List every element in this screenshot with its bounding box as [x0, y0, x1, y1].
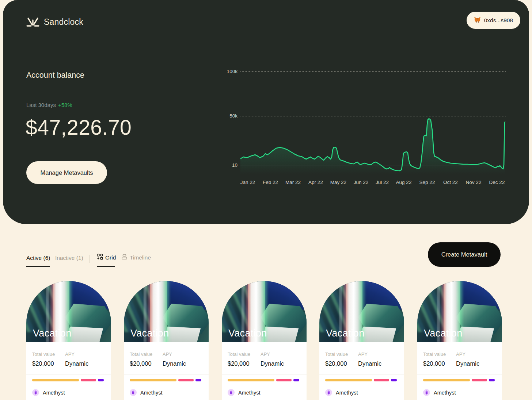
- allocation-bar: [32, 379, 105, 381]
- x-tick: Nov 22: [466, 180, 482, 185]
- tab-separator: [90, 255, 90, 263]
- tab-inactive-label: Inactive (1): [55, 255, 83, 261]
- vault-card-body: Total value $20,000 APY Dynamic Amethyst: [222, 342, 307, 400]
- x-tick: Oct 22: [443, 180, 458, 185]
- vault-title: Vacation: [326, 328, 364, 339]
- card-divider: [26, 374, 111, 374]
- allocation-segment: [423, 379, 470, 381]
- allocation-segment: [472, 379, 487, 381]
- x-tick: Mar 22: [285, 180, 301, 185]
- asset-row: Amethyst: [130, 389, 203, 396]
- amethyst-gem-icon: [32, 389, 39, 396]
- total-value: $20,000: [130, 360, 163, 367]
- apy-value: Dynamic: [358, 360, 381, 367]
- vault-card[interactable]: Vacation Total value $20,000 APY Dynamic…: [124, 281, 209, 400]
- account-balance-title: Account balance: [26, 71, 84, 80]
- x-tick: Jan 22: [240, 180, 255, 185]
- create-metavault-button[interactable]: Create Metavault: [428, 242, 501, 267]
- allocation-segment: [374, 379, 389, 381]
- tab-active[interactable]: Active (6): [26, 255, 50, 261]
- apy-label: APY: [358, 351, 381, 357]
- allocation-segment: [98, 379, 104, 381]
- brand: Sandclock: [26, 17, 83, 27]
- grid-view-label: Grid: [105, 254, 116, 261]
- apy-value: Dynamic: [163, 360, 186, 367]
- vault-card-body: Total value $20,000 APY Dynamic Amethyst: [124, 342, 209, 400]
- timeline-icon: [121, 254, 128, 261]
- sandclock-logo-icon: [26, 17, 39, 27]
- asset-name: Amethyst: [43, 390, 65, 396]
- card-divider: [222, 374, 307, 374]
- vault-card[interactable]: Vacation Total value $20,000 APY Dynamic…: [26, 281, 111, 400]
- total-value: $20,000: [325, 360, 358, 367]
- grid-icon: [97, 254, 103, 261]
- allocation-segment: [391, 379, 397, 381]
- asset-name: Amethyst: [434, 390, 456, 396]
- amethyst-gem-icon: [228, 389, 235, 396]
- period-change-badge: +58%: [58, 102, 72, 108]
- apy-value: Dynamic: [65, 360, 88, 367]
- x-tick: Feb 22: [263, 180, 278, 185]
- period-label: Last 30days: [26, 102, 56, 108]
- metamask-fox-icon: [474, 16, 481, 24]
- asset-name: Amethyst: [336, 390, 358, 396]
- allocation-segment: [228, 379, 274, 381]
- vault-title: Vacation: [33, 328, 71, 339]
- total-value-label: Total value: [130, 351, 163, 357]
- allocation-bar: [423, 379, 496, 381]
- brand-name: Sandclock: [44, 17, 83, 27]
- allocation-segment: [178, 379, 194, 381]
- x-tick: May 22: [330, 180, 346, 185]
- allocation-segment: [325, 379, 372, 381]
- apy-label: APY: [65, 351, 88, 357]
- card-divider: [417, 374, 502, 374]
- allocation-segment: [32, 379, 79, 381]
- total-value: $20,000: [228, 360, 261, 367]
- card-divider: [124, 374, 209, 374]
- amethyst-gem-icon: [130, 389, 137, 396]
- vault-card-body: Total value $20,000 APY Dynamic Amethyst: [319, 342, 404, 400]
- allocation-bar: [325, 379, 398, 381]
- asset-row: Amethyst: [423, 389, 496, 396]
- x-tick: Sep 22: [419, 180, 435, 185]
- asset-name: Amethyst: [238, 390, 260, 396]
- vault-image: Vacation: [26, 281, 111, 342]
- total-value-label: Total value: [423, 351, 456, 357]
- total-value-label: Total value: [228, 351, 261, 357]
- asset-name: Amethyst: [140, 390, 162, 396]
- total-value-label: Total value: [32, 351, 65, 357]
- vault-card[interactable]: Vacation Total value $20,000 APY Dynamic…: [417, 281, 502, 400]
- wallet-address-button[interactable]: 0xds...s908: [467, 12, 520, 29]
- x-tick: Jul 22: [376, 180, 389, 185]
- balance-line-plot: [240, 68, 506, 178]
- vault-card-body: Total value $20,000 APY Dynamic Amethyst: [417, 342, 502, 400]
- tab-inactive[interactable]: Inactive (1): [55, 255, 83, 261]
- timeline-view-label: Timeline: [130, 254, 151, 261]
- vault-image: Vacation: [319, 281, 404, 342]
- allocation-segment: [130, 379, 176, 381]
- tab-active-label: Active (6): [26, 255, 50, 261]
- vault-card[interactable]: Vacation Total value $20,000 APY Dynamic…: [222, 281, 307, 400]
- allocation-segment: [81, 379, 96, 381]
- vault-title: Vacation: [228, 328, 267, 339]
- asset-row: Amethyst: [228, 389, 301, 396]
- grid-view-underline: [97, 266, 115, 267]
- view-toggle-timeline[interactable]: Timeline: [121, 254, 151, 261]
- manage-metavaults-button[interactable]: Manage Metavaults: [26, 161, 107, 184]
- amethyst-gem-icon: [325, 389, 332, 396]
- asset-row: Amethyst: [325, 389, 398, 396]
- view-toggle-grid[interactable]: Grid: [97, 254, 116, 261]
- apy-label: APY: [261, 351, 284, 357]
- amethyst-gem-icon: [423, 389, 430, 396]
- hero-panel: Sandclock 0xds...s908 Account balance La…: [3, 0, 529, 224]
- vault-image: Vacation: [124, 281, 209, 342]
- total-value: $20,000: [32, 360, 65, 367]
- allocation-bar: [130, 379, 203, 381]
- y-tick-10: 10: [220, 162, 238, 168]
- vault-title: Vacation: [130, 328, 169, 339]
- vault-title: Vacation: [424, 328, 462, 339]
- vault-card[interactable]: Vacation Total value $20,000 APY Dynamic…: [319, 281, 404, 400]
- x-tick: Jun 22: [354, 180, 369, 185]
- y-tick-50k: 50k: [220, 113, 238, 119]
- y-tick-100k: 100k: [220, 69, 238, 74]
